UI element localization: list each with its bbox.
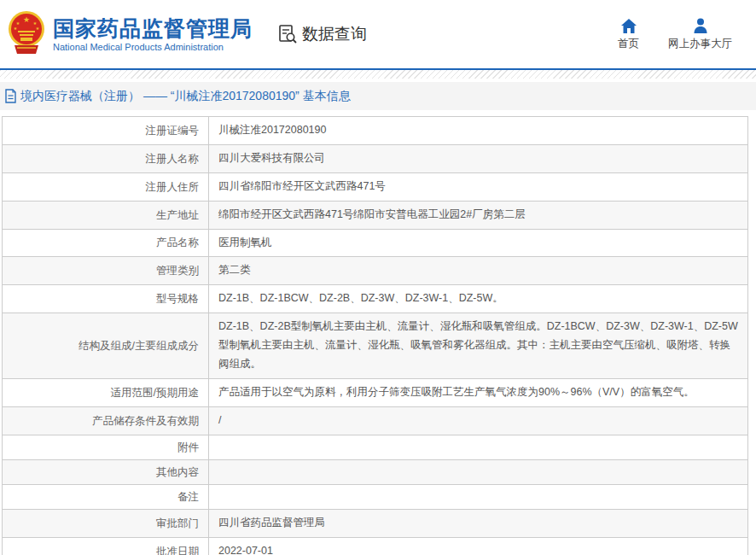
row-label: 注册证编号	[3, 117, 209, 144]
row-value: /	[209, 407, 747, 435]
row-value: 产品适用于以空气为原料，利用分子筛变压吸附工艺生产氧气浓度为90%～96%（V/…	[209, 379, 747, 406]
person-icon	[693, 18, 708, 33]
row-label: 注册人名称	[3, 145, 209, 172]
breadcrumb: 境内医疗器械（注册） —— “川械注准20172080190” 基本信息	[0, 82, 756, 110]
org-title: 国家药品监督管理局	[53, 16, 253, 41]
national-emblem-logo: ★ ★ ★ ★ ★	[7, 9, 46, 59]
row-label: 产品名称	[3, 230, 209, 257]
table-row: 审批部门四川省药品监督管理局	[3, 510, 747, 538]
table-row: 注册人名称四川大爱科技有限公司	[3, 145, 747, 173]
row-label: 产品储存条件及有效期	[3, 407, 209, 435]
row-label: 审批部门	[3, 510, 209, 537]
header-nav: 首页 网上办事大厅	[618, 18, 732, 51]
table-row: 产品名称医用制氧机	[3, 230, 747, 258]
table-row: 型号规格DZ-1B、DZ-1BCW、DZ-2B、DZ-3W、DZ-3W-1、DZ…	[3, 285, 747, 313]
table-row: 附件	[3, 435, 747, 460]
row-label: 管理类别	[3, 257, 209, 284]
row-label: 适用范围/预期用途	[3, 379, 209, 406]
row-value	[209, 460, 747, 484]
table-row: 生产地址绵阳市经开区文武西路471号绵阳市安普电器工业园2#厂房第二层	[3, 202, 747, 230]
row-value	[209, 435, 747, 459]
nav-home[interactable]: 首页	[618, 18, 639, 51]
registration-info-table: 注册证编号川械注准20172080190 注册人名称四川大爱科技有限公司 注册人…	[2, 116, 748, 555]
page-header: ★ ★ ★ ★ ★ 国家药品监督管理局 National Medical Pro…	[0, 0, 756, 70]
table-row: 备注	[3, 485, 747, 510]
row-label: 结构及组成/主要组成成分	[3, 313, 209, 378]
row-value	[209, 485, 747, 509]
document-icon	[4, 89, 17, 103]
row-value: 第二类	[209, 257, 747, 284]
row-value: DZ-1B、DZ-1BCW、DZ-2B、DZ-3W、DZ-3W-1、DZ-5W。	[209, 285, 747, 313]
row-value: 四川省绵阳市经开区文武西路471号	[209, 173, 747, 201]
row-value: 2022-07-01	[209, 538, 747, 555]
row-value: DZ-1B、DZ-2B型制氧机主要由主机、流量计、湿化瓶和吸氧管组成。DZ-1B…	[209, 313, 747, 378]
table-row: 产品储存条件及有效期/	[3, 407, 747, 435]
row-label: 其他内容	[3, 460, 209, 484]
row-label: 备注	[3, 485, 209, 509]
table-row: 管理类别第二类	[3, 257, 747, 285]
hatched-divider	[0, 70, 756, 79]
data-query-label: 数据查询	[302, 23, 367, 45]
row-value: 川械注准20172080190	[209, 117, 747, 144]
data-query-section[interactable]: 数据查询	[278, 23, 367, 45]
table-row: 批准日期2022-07-01	[3, 538, 747, 555]
table-row: 适用范围/预期用途产品适用于以空气为原料，利用分子筛变压吸附工艺生产氧气浓度为9…	[3, 379, 747, 407]
doc-search-icon	[278, 24, 298, 44]
table-row: 结构及组成/主要组成成分DZ-1B、DZ-2B型制氧机主要由主机、流量计、湿化瓶…	[3, 313, 747, 379]
org-subtitle: National Medical Products Administration	[53, 42, 253, 52]
row-value: 四川大爱科技有限公司	[209, 145, 747, 172]
row-value: 四川省药品监督管理局	[209, 510, 747, 537]
row-label: 型号规格	[3, 285, 209, 313]
svg-text:★: ★	[36, 26, 40, 31]
row-label: 注册人住所	[3, 173, 209, 201]
table-row: 注册人住所四川省绵阳市经开区文武西路471号	[3, 173, 747, 202]
nav-home-label: 首页	[618, 37, 639, 51]
table-row: 其他内容	[3, 460, 747, 485]
svg-text:★: ★	[23, 15, 30, 24]
table-row: 注册证编号川械注准20172080190	[3, 117, 747, 145]
nav-service-hall-label: 网上办事大厅	[668, 37, 732, 51]
row-value: 绵阳市经开区文武西路471号绵阳市安普电器工业园2#厂房第二层	[209, 202, 747, 229]
nav-service-hall[interactable]: 网上办事大厅	[668, 18, 732, 51]
row-label: 批准日期	[3, 538, 209, 555]
row-label: 生产地址	[3, 202, 209, 229]
svg-text:★: ★	[14, 26, 18, 31]
row-label: 附件	[3, 435, 209, 459]
row-value: 医用制氧机	[209, 230, 747, 257]
breadcrumb-text: 境内医疗器械（注册） —— “川械注准20172080190” 基本信息	[20, 89, 351, 104]
home-icon	[621, 18, 637, 33]
